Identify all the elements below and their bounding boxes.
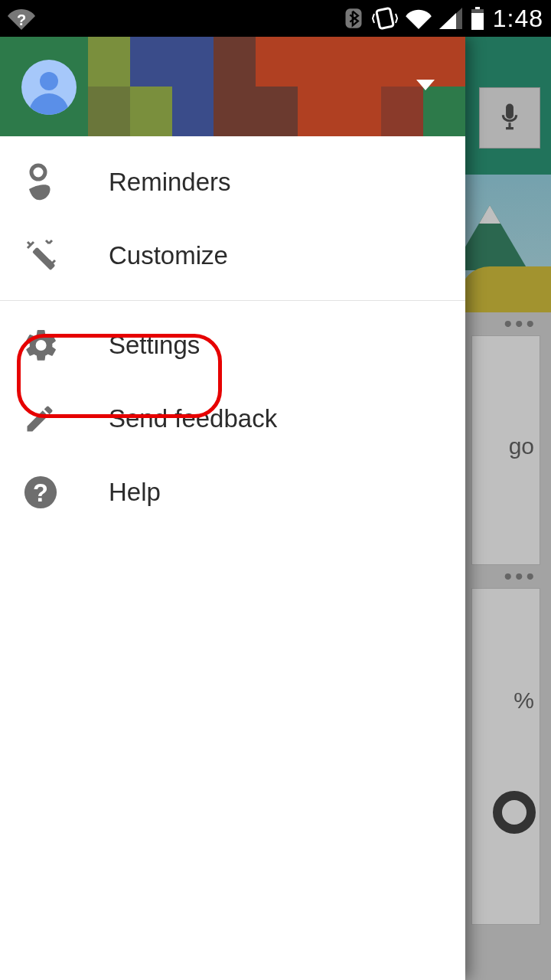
menu-item-help[interactable]: ? Help xyxy=(0,456,465,529)
magic-wand-icon xyxy=(23,237,60,274)
chevron-down-icon xyxy=(416,80,435,90)
menu-item-label: Send feedback xyxy=(109,404,277,433)
svg-text:?: ? xyxy=(17,11,26,28)
status-left: ? xyxy=(8,7,35,30)
menu-divider xyxy=(0,300,465,301)
svg-rect-2 xyxy=(376,8,393,28)
help-icon: ? xyxy=(23,475,58,510)
gear-icon xyxy=(23,327,60,364)
menu-item-customize[interactable]: Customize xyxy=(0,219,465,292)
drawer-menu: Reminders Customize Settings xyxy=(0,136,465,529)
svg-rect-8 xyxy=(32,247,55,270)
cellular-signal-icon xyxy=(439,8,462,29)
wifi-icon xyxy=(406,8,432,29)
menu-item-label: Help xyxy=(109,478,161,507)
svg-rect-5 xyxy=(471,13,484,30)
svg-point-7 xyxy=(31,165,45,179)
menu-item-send-feedback[interactable]: Send feedback xyxy=(0,382,465,456)
menu-item-settings[interactable]: Settings xyxy=(0,309,465,382)
wifi-unknown-icon: ? xyxy=(8,7,35,30)
battery-icon xyxy=(470,7,485,30)
status-right: 1:48 xyxy=(343,5,543,33)
svg-rect-3 xyxy=(475,7,480,9)
menu-item-label: Settings xyxy=(109,331,200,360)
vibrate-icon xyxy=(372,6,398,31)
status-clock: 1:48 xyxy=(493,5,543,33)
touch-app-icon xyxy=(23,163,58,201)
navigation-drawer: Reminders Customize Settings xyxy=(0,37,465,980)
menu-item-reminders[interactable]: Reminders xyxy=(0,145,465,219)
pencil-icon xyxy=(23,402,57,436)
avatar xyxy=(21,60,77,115)
status-bar: ? 1:48 xyxy=(0,0,551,37)
drawer-account-header[interactable] xyxy=(0,37,465,136)
bluetooth-icon xyxy=(343,6,364,31)
menu-item-label: Reminders xyxy=(109,168,231,197)
menu-item-label: Customize xyxy=(109,241,228,270)
svg-text:?: ? xyxy=(33,479,48,507)
